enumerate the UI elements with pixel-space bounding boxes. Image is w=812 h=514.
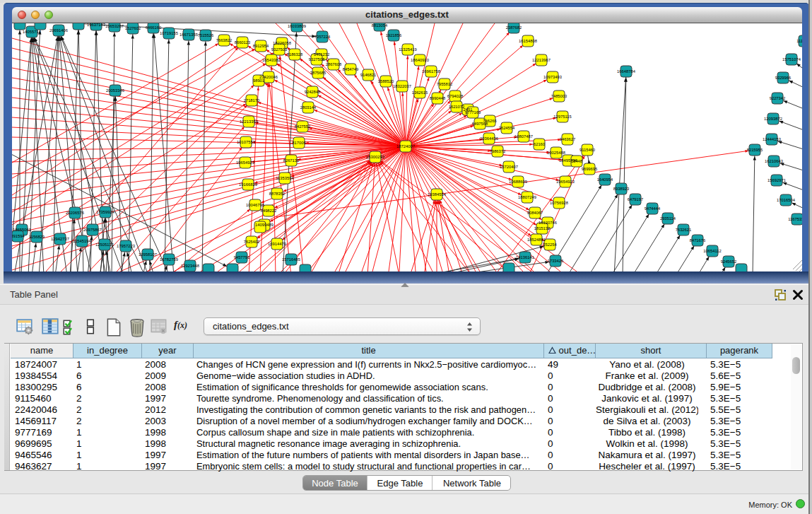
svg-text:20053346: 20053346 [106,88,124,93]
svg-text:10025488: 10025488 [547,151,565,155]
svg-text:18322037: 18322037 [393,84,411,88]
svg-text:6794028: 6794028 [447,94,464,98]
svg-text:25300293: 25300293 [366,155,384,159]
svg-text:18807249: 18807249 [518,195,536,199]
svg-text:7625402: 7625402 [244,240,260,244]
svg-text:9146821: 9146821 [360,73,377,77]
svg-text:98901: 98901 [253,78,264,83]
svg-text:10756928: 10756928 [550,201,568,205]
svg-text:12975115: 12975115 [553,115,571,119]
svg-text:8471676: 8471676 [690,238,706,243]
svg-text:8813054: 8813054 [372,23,388,28]
svg-text:7632621: 7632621 [676,228,692,232]
svg-text:11675335: 11675335 [788,217,802,221]
svg-text:10653267: 10653267 [105,24,124,28]
svg-text:10719155: 10719155 [160,31,178,35]
svg-text:16543382: 16543382 [262,58,281,62]
svg-text:12444153: 12444153 [763,137,781,141]
svg-text:6497568: 6497568 [472,122,488,126]
svg-text:18655061: 18655061 [13,228,31,232]
svg-text:12213967: 12213967 [532,58,551,62]
svg-text:12093872: 12093872 [764,117,782,121]
svg-text:1362615: 1362615 [412,90,428,95]
svg-text:1527602: 1527602 [125,26,141,30]
svg-text:15716485: 15716485 [282,257,300,262]
svg-text:11325419: 11325419 [399,47,416,52]
svg-text:11545194: 11545194 [73,239,91,243]
svg-text:6479197: 6479197 [628,197,644,201]
svg-text:16961758: 16961758 [422,69,440,74]
svg-text:9474444: 9474444 [645,206,661,211]
svg-text:1815132: 1815132 [534,226,551,230]
svg-text:17359924: 17359924 [96,210,115,214]
svg-text:15751074: 15751074 [782,57,801,62]
svg-text:9245652: 9245652 [721,259,737,264]
svg-text:3875685: 3875685 [310,71,326,75]
svg-text:8938923: 8938923 [613,187,630,191]
svg-text:3624554: 3624554 [499,126,515,130]
svg-text:1156829: 1156829 [29,235,45,239]
svg-text:19637143: 19637143 [87,23,105,27]
svg-text:7663822: 7663822 [216,38,233,42]
svg-text:16671355: 16671355 [180,33,198,37]
svg-text:16154808: 16154808 [519,39,537,43]
svg-text:7357224: 7357224 [314,35,331,39]
svg-text:8454749: 8454749 [343,67,359,71]
svg-text:20691406: 20691406 [49,28,68,33]
svg-text:8660123: 8660123 [235,40,251,45]
svg-text:7986372: 7986372 [490,149,506,153]
svg-text:10973493: 10973493 [543,75,562,79]
svg-text:1588520: 1588520 [378,79,394,83]
svg-text:17957223: 17957223 [117,244,135,248]
svg-text:12923448: 12923448 [181,264,199,268]
svg-text:10958107: 10958107 [139,252,157,257]
svg-text:17016504: 17016504 [777,198,796,202]
svg-text:391594: 391594 [12,234,25,238]
svg-text:18724007: 18724007 [396,144,415,148]
svg-text:18226058: 18226058 [273,41,291,45]
svg-text:16914479: 16914479 [268,242,286,246]
svg-text:1733426: 1733426 [548,259,564,263]
svg-text:9457791: 9457791 [234,255,250,259]
svg-text:8186328: 8186328 [287,52,303,57]
svg-text:16120746: 16120746 [539,221,557,225]
svg-text:20206576: 20206576 [66,211,84,215]
svg-text:8215955: 8215955 [747,148,763,152]
svg-text:9463627: 9463627 [560,137,576,141]
svg-text:19166829: 19166829 [239,182,257,187]
svg-text:9699695: 9699695 [582,167,598,171]
svg-text:252254: 252254 [543,243,557,247]
svg-text:9115460: 9115460 [579,148,595,152]
svg-text:62160: 62160 [534,142,545,146]
svg-text:8878352: 8878352 [269,192,286,196]
svg-text:7485003: 7485003 [551,94,567,98]
svg-text:8498222: 8498222 [261,209,277,213]
svg-text:12213359: 12213359 [240,119,258,124]
svg-text:9242848: 9242848 [305,90,321,94]
svg-text:2387682: 2387682 [506,25,522,30]
svg-text:15720407: 15720407 [500,165,518,169]
svg-text:14099489: 14099489 [255,223,273,227]
svg-text:12942737: 12942737 [51,237,69,241]
svg-text:10654112: 10654112 [703,249,721,253]
svg-text:2718170: 2718170 [244,98,260,103]
svg-text:16210643: 16210643 [765,159,783,163]
svg-text:14055714: 14055714 [23,30,42,34]
svg-text:58448: 58448 [571,159,582,163]
svg-text:18640910: 18640910 [411,58,429,62]
svg-text:9327508: 9327508 [309,57,325,62]
svg-text:8267130: 8267130 [283,158,300,163]
svg-text:18524861: 18524861 [527,238,546,242]
svg-text:12505135: 12505135 [95,243,114,247]
svg-text:2803144: 2803144 [300,105,317,110]
svg-text:7515526: 7515526 [198,33,214,37]
svg-text:19384554: 19384554 [428,192,447,197]
svg-text:9777169: 9777169 [465,110,481,115]
svg-text:1621072: 1621072 [449,105,465,109]
svg-text:10107553: 10107553 [237,140,255,144]
svg-text:10046798: 10046798 [246,203,264,207]
svg-text:11353594: 11353594 [276,176,294,180]
svg-text:19654923: 19654923 [236,160,254,165]
svg-text:817006: 817006 [292,141,305,145]
svg-text:10688609: 10688609 [509,180,527,184]
